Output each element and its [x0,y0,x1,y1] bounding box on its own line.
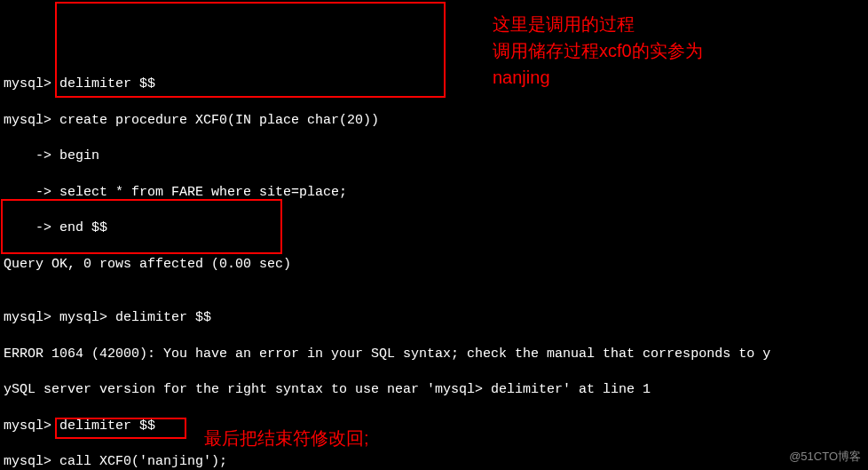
annotation-2: 最后把结束符修改回; [204,425,369,451]
terminal-line: Query OK, 0 rows affected (0.00 sec) [4,256,864,274]
terminal-line: ySQL server version for the right syntax… [4,381,864,399]
watermark: @51CTO博客 [789,449,861,465]
annotation-text: 这里是调用的过程 [493,11,703,37]
terminal-line: mysql> create procedure XCF0(IN place ch… [4,112,864,130]
terminal-line: mysql> delimiter $$ [4,418,864,435]
terminal-line: -> end $$ [4,219,864,237]
terminal-line: ERROR 1064 (42000): You have an error in… [4,346,864,363]
annotation-text: 调用储存过程xcf0的实参为 [493,37,703,64]
annotation-1: 这里是调用的过程 调用储存过程xcf0的实参为 nanjing [493,11,703,91]
terminal-line: -> select * from FARE where site=place; [4,184,864,202]
terminal-line: mysql> mysql> delimiter $$ [4,309,864,327]
terminal-line: mysql> delimiter $$ [4,76,864,93]
terminal-line: -> begin [4,147,864,165]
annotation-text: nanjing [493,64,703,91]
annotation-text: 最后把结束符修改回; [204,428,369,448]
terminal-line: mysql> call XCF0('nanjing'); [4,453,864,470]
